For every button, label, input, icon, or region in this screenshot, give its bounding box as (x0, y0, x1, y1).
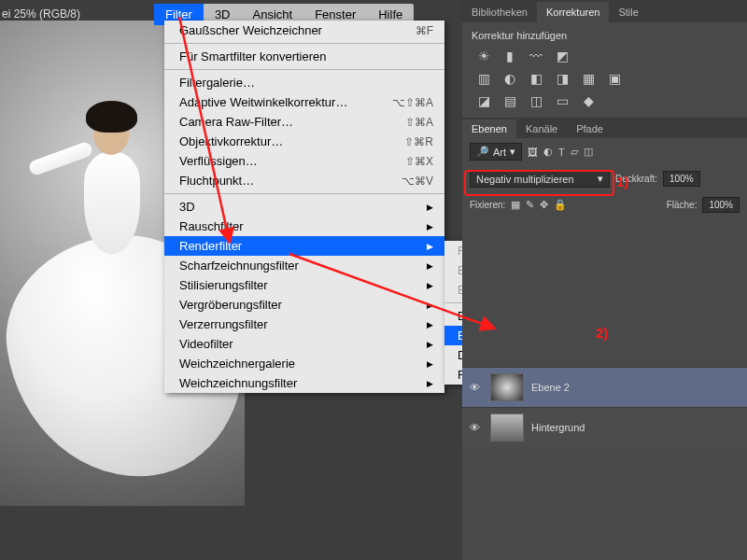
tab-kanaele[interactable]: Kanäle (516, 119, 567, 138)
hue-icon[interactable]: ◐ (501, 71, 518, 86)
menu-item-last-filter[interactable]: Gaußscher Weichzeichner⌘F (164, 21, 444, 40)
visibility-icon[interactable]: 👁 (470, 422, 483, 433)
color-lookup-icon[interactable]: ▣ (606, 71, 623, 86)
lock-brush-icon[interactable]: ✎ (526, 199, 534, 211)
menu-item-verfluessigen[interactable]: Verflüssigen…⇧⌘X (164, 151, 444, 171)
lock-all-icon[interactable]: 🔒 (554, 199, 567, 211)
adjustments-tabs: Bibliotheken Korrekturen Stile (462, 0, 747, 22)
photo-filter-icon[interactable]: ◨ (554, 71, 571, 86)
tab-bibliotheken[interactable]: Bibliotheken (462, 2, 537, 22)
menu-item-scharfzeichnung[interactable]: Scharfzeichnungsfilter (164, 256, 444, 275)
opacity-field[interactable]: 100% (663, 171, 700, 187)
layer-thumb[interactable] (490, 373, 524, 401)
posterize-icon[interactable]: ▤ (501, 93, 518, 108)
adjustments-row2: ▥ ◐ ◧ ◨ ▦ ▣ (462, 67, 747, 90)
menu-item-objektivkorrektur[interactable]: Objektivkorrektur…⇧⌘R (164, 132, 444, 151)
menu-item-adaptive[interactable]: Adaptive Weitwinkelkorrektur…⌥⇧⌘A (164, 92, 444, 112)
adjustments-row1: ☀ ▮ 〰 ◩ (462, 45, 747, 67)
layer-row-hintergrund[interactable]: 👁 Hintergrund (462, 407, 747, 447)
filter-shape-icon[interactable]: ▱ (571, 146, 578, 158)
fill-field[interactable]: 100% (702, 197, 740, 213)
layer-thumb[interactable] (490, 413, 524, 441)
menu-item-cameraraw[interactable]: Camera Raw-Filter…⇧⌘A (164, 112, 444, 132)
layer-filter-select[interactable]: 🔎 Art ▾ (470, 143, 522, 161)
menu-item-weichzeichnungsfilter[interactable]: Weichzeichnungsfilter (164, 373, 444, 393)
menu-item-rauschfilter[interactable]: Rauschfilter (164, 217, 444, 236)
lock-label: Fixieren: (470, 200, 505, 210)
lock-move-icon[interactable]: ✥ (540, 199, 548, 211)
tab-stile[interactable]: Stile (609, 2, 647, 22)
menu-item-videofilter[interactable]: Videofilter (164, 334, 444, 354)
annotation-label-2: 2) (596, 325, 608, 341)
gradient-map-icon[interactable]: ▭ (554, 93, 571, 108)
menu-item-filtergalerie[interactable]: Filtergalerie… (164, 73, 444, 92)
menu-item-fluchtpunkt[interactable]: Fluchtpunkt…⌥⌘V (164, 171, 444, 190)
visibility-icon[interactable]: 👁 (470, 382, 483, 393)
filter-dropdown: Gaußscher Weichzeichner⌘F Für Smartfilte… (164, 21, 444, 393)
layer-name[interactable]: Ebene 2 (531, 382, 570, 393)
adjustments-row3: ◪ ▤ ◫ ▭ ◆ (462, 90, 747, 112)
right-panels: Bibliotheken Korrekturen Stile Korrektur… (462, 0, 747, 560)
menu-item-renderfilter[interactable]: Renderfilter (164, 236, 444, 256)
vibrance-icon[interactable]: ▥ (475, 71, 492, 86)
exposure-icon[interactable]: ◩ (554, 49, 571, 63)
bw-icon[interactable]: ◧ (528, 71, 544, 86)
tab-ebenen[interactable]: Ebenen (462, 119, 516, 138)
menu-item-weichzeichnergalerie[interactable]: Weichzeichnergalerie (164, 354, 444, 373)
menu-item-smartfilter[interactable]: Für Smartfilter konvertieren (164, 47, 444, 66)
curves-icon[interactable]: 〰 (528, 49, 544, 63)
levels-icon[interactable]: ▮ (501, 49, 518, 63)
annotation-label-1: 1) (616, 174, 628, 189)
selective-color-icon[interactable]: ◆ (580, 93, 597, 108)
filter-type-icon[interactable]: T (558, 147, 565, 158)
brightness-icon[interactable]: ☀ (475, 49, 492, 63)
menu-item-stilisierung[interactable]: Stilisierungsfilter (164, 275, 444, 295)
filter-smart-icon[interactable]: ◫ (584, 146, 593, 158)
filter-adj-icon[interactable]: ◐ (543, 146, 553, 158)
filter-img-icon[interactable]: 🖼 (528, 147, 538, 158)
tab-korrekturen[interactable]: Korrekturen (537, 2, 609, 22)
lock-pixels-icon[interactable]: ▦ (511, 199, 520, 211)
menu-item-vergroeberung[interactable]: Vergröberungsfilter (164, 295, 444, 315)
layers-tabs: Ebenen Kanäle Pfade (462, 118, 747, 138)
tab-pfade[interactable]: Pfade (567, 119, 613, 138)
fill-label: Fläche: (667, 200, 698, 210)
layer-name[interactable]: Hintergrund (531, 422, 585, 433)
menu-item-3d[interactable]: 3D (164, 197, 444, 217)
channel-mixer-icon[interactable]: ▦ (580, 71, 597, 86)
annotation-box-blendmode (464, 170, 614, 196)
threshold-icon[interactable]: ◫ (528, 93, 544, 108)
menu-item-verzerrung[interactable]: Verzerrungsfilter (164, 315, 444, 334)
layer-row-ebene2[interactable]: 👁 Ebene 2 (462, 367, 747, 407)
invert-icon[interactable]: ◪ (475, 93, 492, 108)
korrektur-title: Korrektur hinzufügen (462, 22, 747, 45)
document-title: ei 25% (RGB/8) (2, 7, 80, 21)
